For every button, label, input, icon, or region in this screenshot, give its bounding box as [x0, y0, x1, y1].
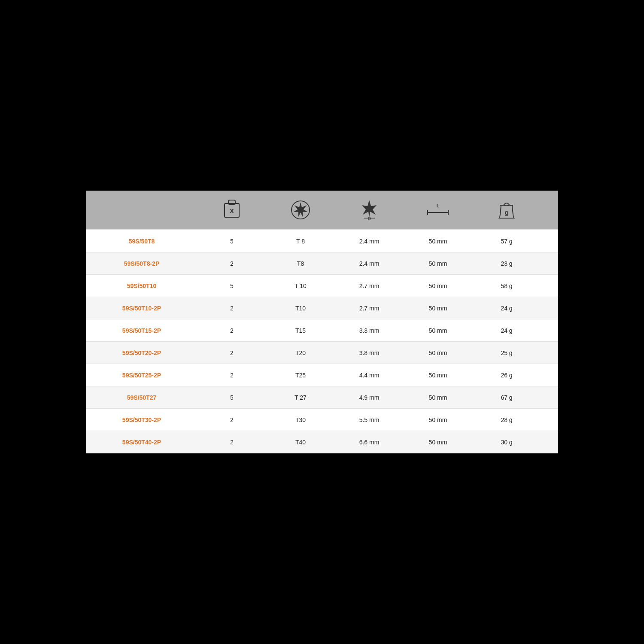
- length-icon: L: [426, 202, 450, 218]
- cell-weight: 26 g: [472, 368, 541, 383]
- cell-length: 50 mm: [404, 301, 472, 316]
- svg-marker-4: [293, 202, 308, 217]
- cell-length: 50 mm: [404, 345, 472, 361]
- cell-tip: 4.4 mm: [335, 368, 404, 383]
- cell-torx: T25: [266, 368, 335, 383]
- cell-torx: T30: [266, 412, 335, 428]
- cell-weight: 28 g: [472, 412, 541, 428]
- cell-tip: 4.9 mm: [335, 390, 404, 405]
- cell-length: 50 mm: [404, 390, 472, 405]
- cell-weight: 25 g: [472, 345, 541, 361]
- cell-quantity: 5: [197, 234, 266, 249]
- cell-tip: 2.4 mm: [335, 234, 404, 249]
- cell-torx: T 8: [266, 234, 335, 249]
- quantity-icon: x: [222, 199, 242, 221]
- table-row: 59S/50T20-2P 2 T20 3.8 mm 50 mm 25 g: [86, 342, 558, 364]
- table-row: 59S/50T30-2P 2 T30 5.5 mm 50 mm 28 g: [86, 409, 558, 431]
- cell-quantity: 2: [197, 412, 266, 428]
- svg-text:x: x: [230, 207, 234, 214]
- cell-torx: T40: [266, 434, 335, 450]
- header-tip: D: [335, 195, 404, 225]
- cell-quantity: 5: [197, 390, 266, 405]
- header-weight: g: [472, 195, 541, 225]
- cell-tip: 2.7 mm: [335, 278, 404, 294]
- cell-tip: 3.8 mm: [335, 345, 404, 361]
- table-row: 59S/50T40-2P 2 T40 6.6 mm 50 mm 30 g: [86, 431, 558, 453]
- svg-text:D: D: [368, 216, 371, 221]
- cell-length: 50 mm: [404, 412, 472, 428]
- cell-quantity: 2: [197, 323, 266, 338]
- table-row: 59S/50T15-2P 2 T15 3.3 mm 50 mm 24 g: [86, 319, 558, 342]
- torx-icon: [291, 200, 310, 220]
- svg-marker-5: [362, 200, 377, 218]
- svg-text:g: g: [504, 209, 508, 216]
- table-row: 59S/50T8-2P 2 T8 2.4 mm 50 mm 23 g: [86, 252, 558, 275]
- table-row: 59S/50T10-2P 2 T10 2.7 mm 50 mm 24 g: [86, 297, 558, 319]
- cell-tip: 6.6 mm: [335, 434, 404, 450]
- cell-tip: 2.7 mm: [335, 301, 404, 316]
- cell-quantity: 2: [197, 256, 266, 271]
- cell-length: 50 mm: [404, 368, 472, 383]
- table-row: 59S/50T10 5 T 10 2.7 mm 50 mm 58 g: [86, 275, 558, 297]
- cell-weight: 24 g: [472, 301, 541, 316]
- cell-weight: 67 g: [472, 390, 541, 405]
- cell-product: 59S/50T30-2P: [86, 412, 197, 428]
- cell-torx: T20: [266, 345, 335, 361]
- cell-product: 59S/50T25-2P: [86, 368, 197, 383]
- cell-quantity: 2: [197, 301, 266, 316]
- product-table: x D: [86, 191, 558, 453]
- tip-icon: D: [359, 199, 379, 221]
- svg-text:L: L: [437, 203, 440, 208]
- header-product: [86, 206, 197, 214]
- cell-product: 59S/50T8-2P: [86, 256, 197, 271]
- table-body: 59S/50T8 5 T 8 2.4 mm 50 mm 57 g 59S/50T…: [86, 230, 558, 453]
- cell-weight: 24 g: [472, 323, 541, 338]
- cell-quantity: 2: [197, 345, 266, 361]
- cell-torx: T10: [266, 301, 335, 316]
- cell-weight: 57 g: [472, 234, 541, 249]
- cell-quantity: 5: [197, 278, 266, 294]
- cell-product: 59S/50T20-2P: [86, 345, 197, 361]
- cell-weight: 58 g: [472, 278, 541, 294]
- cell-tip: 2.4 mm: [335, 256, 404, 271]
- cell-length: 50 mm: [404, 278, 472, 294]
- cell-length: 50 mm: [404, 256, 472, 271]
- cell-length: 50 mm: [404, 323, 472, 338]
- header-quantity: x: [197, 195, 266, 225]
- table-header: x D: [86, 191, 558, 229]
- cell-product: 59S/50T15-2P: [86, 323, 197, 338]
- cell-product: 59S/50T10: [86, 278, 197, 294]
- cell-tip: 3.3 mm: [335, 323, 404, 338]
- table-row: 59S/50T27 5 T 27 4.9 mm 50 mm 67 g: [86, 386, 558, 409]
- table-row: 59S/50T8 5 T 8 2.4 mm 50 mm 57 g: [86, 230, 558, 252]
- cell-product: 59S/50T27: [86, 390, 197, 405]
- cell-weight: 23 g: [472, 256, 541, 271]
- cell-quantity: 2: [197, 368, 266, 383]
- cell-torx: T15: [266, 323, 335, 338]
- cell-torx: T 10: [266, 278, 335, 294]
- weight-icon: g: [497, 199, 516, 221]
- header-length: L: [404, 198, 472, 222]
- cell-product: 59S/50T40-2P: [86, 434, 197, 450]
- cell-length: 50 mm: [404, 234, 472, 249]
- cell-weight: 30 g: [472, 434, 541, 450]
- cell-torx: T 27: [266, 390, 335, 405]
- cell-product: 59S/50T10-2P: [86, 301, 197, 316]
- cell-torx: T8: [266, 256, 335, 271]
- cell-product: 59S/50T8: [86, 234, 197, 249]
- cell-quantity: 2: [197, 434, 266, 450]
- header-torx: [266, 196, 335, 224]
- cell-length: 50 mm: [404, 434, 472, 450]
- cell-tip: 5.5 mm: [335, 412, 404, 428]
- table-row: 59S/50T25-2P 2 T25 4.4 mm 50 mm 26 g: [86, 364, 558, 386]
